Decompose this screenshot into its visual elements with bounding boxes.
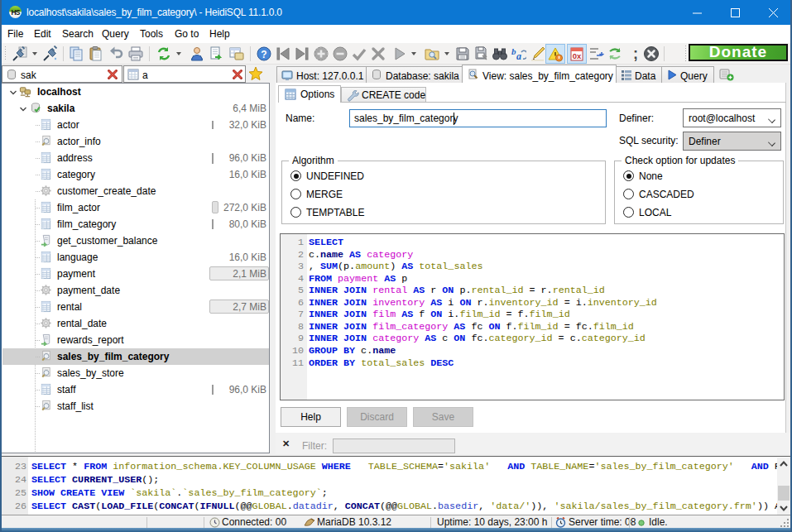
svg-text:a: a	[516, 50, 521, 62]
svg-text:0x: 0x	[573, 51, 582, 60]
svg-text:;: ;	[633, 46, 638, 62]
svg-text:?: ?	[261, 49, 266, 60]
